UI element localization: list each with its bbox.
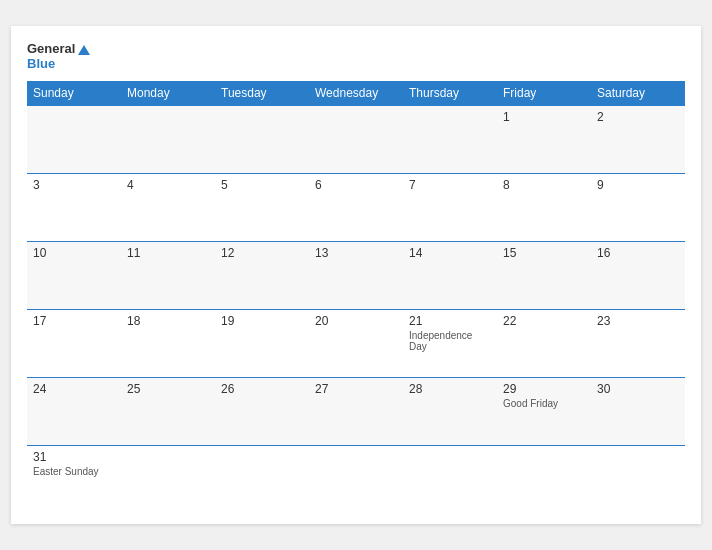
day-number: 15	[503, 246, 585, 260]
calendar-cell: 15	[497, 242, 591, 310]
weekday-header-tuesday: Tuesday	[215, 81, 309, 106]
logo-triangle-icon	[78, 45, 90, 55]
calendar-cell	[215, 106, 309, 174]
calendar-table: SundayMondayTuesdayWednesdayThursdayFrid…	[27, 81, 685, 514]
weekday-header-monday: Monday	[121, 81, 215, 106]
day-number: 8	[503, 178, 585, 192]
day-number: 16	[597, 246, 679, 260]
calendar-cell: 18	[121, 310, 215, 378]
calendar-cell: 12	[215, 242, 309, 310]
day-number: 21	[409, 314, 491, 328]
weekday-header-row: SundayMondayTuesdayWednesdayThursdayFrid…	[27, 81, 685, 106]
day-number: 20	[315, 314, 397, 328]
event-label: Independence Day	[409, 330, 491, 352]
calendar-cell	[403, 446, 497, 514]
calendar-cell: 31Easter Sunday	[27, 446, 121, 514]
event-label: Good Friday	[503, 398, 585, 409]
calendar-week-row: 3456789	[27, 174, 685, 242]
calendar-cell	[121, 446, 215, 514]
weekday-header-thursday: Thursday	[403, 81, 497, 106]
day-number: 1	[503, 110, 585, 124]
calendar-cell	[309, 446, 403, 514]
calendar-cell: 3	[27, 174, 121, 242]
day-number: 3	[33, 178, 115, 192]
day-number: 5	[221, 178, 303, 192]
day-number: 9	[597, 178, 679, 192]
calendar-header: General Blue	[27, 42, 685, 71]
calendar-cell: 8	[497, 174, 591, 242]
calendar-cell: 30	[591, 378, 685, 446]
day-number: 31	[33, 450, 115, 464]
calendar-cell: 2	[591, 106, 685, 174]
calendar-cell	[27, 106, 121, 174]
event-label: Easter Sunday	[33, 466, 115, 477]
calendar-week-row: 242526272829Good Friday30	[27, 378, 685, 446]
calendar-cell	[497, 446, 591, 514]
calendar-cell: 9	[591, 174, 685, 242]
weekday-header-wednesday: Wednesday	[309, 81, 403, 106]
calendar-cell: 11	[121, 242, 215, 310]
day-number: 4	[127, 178, 209, 192]
logo-general-text: General	[27, 42, 75, 56]
weekday-header-friday: Friday	[497, 81, 591, 106]
calendar-cell	[309, 106, 403, 174]
weekday-header-saturday: Saturday	[591, 81, 685, 106]
logo: General Blue	[27, 42, 90, 71]
calendar-cell: 14	[403, 242, 497, 310]
calendar-cell	[403, 106, 497, 174]
day-number: 13	[315, 246, 397, 260]
calendar-cell: 22	[497, 310, 591, 378]
day-number: 12	[221, 246, 303, 260]
calendar-cell: 6	[309, 174, 403, 242]
day-number: 27	[315, 382, 397, 396]
calendar-cell: 21Independence Day	[403, 310, 497, 378]
calendar-cell: 5	[215, 174, 309, 242]
calendar-container: General Blue SundayMondayTuesdayWednesda…	[11, 26, 701, 523]
day-number: 19	[221, 314, 303, 328]
calendar-cell: 24	[27, 378, 121, 446]
day-number: 26	[221, 382, 303, 396]
day-number: 6	[315, 178, 397, 192]
calendar-cell: 28	[403, 378, 497, 446]
day-number: 17	[33, 314, 115, 328]
calendar-cell: 1	[497, 106, 591, 174]
day-number: 10	[33, 246, 115, 260]
calendar-cell	[591, 446, 685, 514]
calendar-cell: 17	[27, 310, 121, 378]
calendar-cell: 10	[27, 242, 121, 310]
day-number: 25	[127, 382, 209, 396]
day-number: 22	[503, 314, 585, 328]
weekday-header-sunday: Sunday	[27, 81, 121, 106]
day-number: 24	[33, 382, 115, 396]
calendar-cell: 25	[121, 378, 215, 446]
calendar-week-row: 1718192021Independence Day2223	[27, 310, 685, 378]
calendar-cell: 27	[309, 378, 403, 446]
calendar-cell: 20	[309, 310, 403, 378]
calendar-cell: 7	[403, 174, 497, 242]
calendar-week-row: 12	[27, 106, 685, 174]
day-number: 7	[409, 178, 491, 192]
day-number: 29	[503, 382, 585, 396]
day-number: 14	[409, 246, 491, 260]
calendar-cell: 23	[591, 310, 685, 378]
day-number: 11	[127, 246, 209, 260]
day-number: 18	[127, 314, 209, 328]
day-number: 23	[597, 314, 679, 328]
calendar-cell: 4	[121, 174, 215, 242]
calendar-week-row: 31Easter Sunday	[27, 446, 685, 514]
calendar-cell: 19	[215, 310, 309, 378]
calendar-cell	[121, 106, 215, 174]
calendar-cell: 13	[309, 242, 403, 310]
day-number: 2	[597, 110, 679, 124]
calendar-cell: 26	[215, 378, 309, 446]
calendar-cell: 16	[591, 242, 685, 310]
logo-blue-text: Blue	[27, 57, 55, 71]
calendar-cell	[215, 446, 309, 514]
day-number: 28	[409, 382, 491, 396]
calendar-cell: 29Good Friday	[497, 378, 591, 446]
day-number: 30	[597, 382, 679, 396]
calendar-week-row: 10111213141516	[27, 242, 685, 310]
